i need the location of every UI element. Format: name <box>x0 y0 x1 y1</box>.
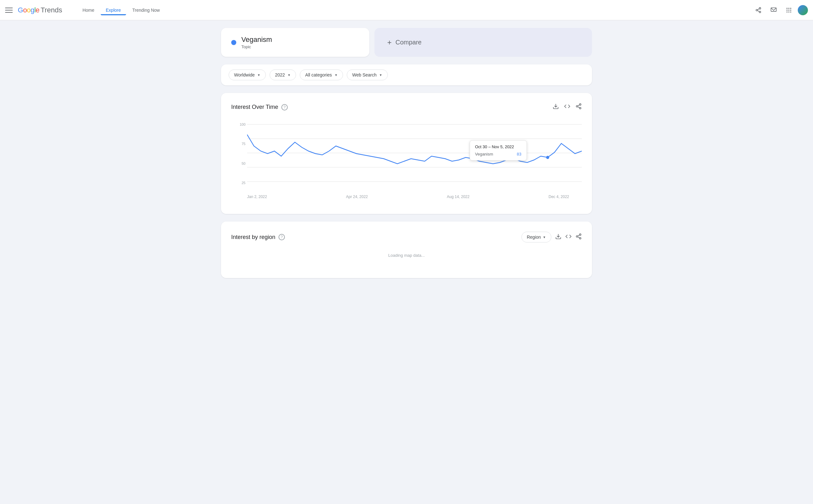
interest-by-region-card: Interest by region ? Region ▼ <box>221 222 592 278</box>
search-type-filter-label: Web Search <box>352 72 376 77</box>
search-type-filter-arrow: ▼ <box>379 73 382 77</box>
region-help-icon[interactable]: ? <box>278 234 285 240</box>
svg-line-3 <box>757 10 759 11</box>
apps-button[interactable] <box>783 4 795 17</box>
region-filter-arrow: ▼ <box>257 73 260 77</box>
chart-help-icon[interactable]: ? <box>281 104 288 110</box>
chart-title: Interest Over Time <box>231 104 278 110</box>
svg-point-9 <box>787 10 788 10</box>
chart-tooltip: Oct 30 – Nov 5, 2022 Veganism 83 <box>470 140 527 161</box>
avatar[interactable] <box>798 5 808 15</box>
svg-line-31 <box>578 237 580 238</box>
header-left: Google Trends Home Explore Trending Now <box>5 5 165 15</box>
search-term: Veganism <box>241 36 272 44</box>
svg-point-0 <box>759 7 761 9</box>
tooltip-term: Veganism <box>475 152 493 156</box>
svg-point-2 <box>759 11 761 13</box>
chart-actions <box>553 103 582 111</box>
nav-trending[interactable]: Trending Now <box>127 5 165 15</box>
svg-point-18 <box>580 107 581 109</box>
year-filter-label: 2022 <box>275 72 285 77</box>
main-nav: Home Explore Trending Now <box>77 5 165 15</box>
line-chart-svg <box>247 121 582 191</box>
x-label-dec: Dec 4, 2022 <box>549 195 569 199</box>
messages-button[interactable] <box>767 4 780 17</box>
svg-line-19 <box>578 107 580 108</box>
svg-point-8 <box>790 8 791 9</box>
region-share-icon[interactable] <box>576 233 582 241</box>
y-label-25: 25 <box>231 181 245 185</box>
tooltip-row: Veganism 83 <box>475 152 522 156</box>
svg-line-20 <box>578 105 580 106</box>
region-header: Interest by region ? Region ▼ <box>231 232 582 242</box>
y-axis-labels: 100 75 50 25 <box>231 121 245 185</box>
compare-label: Compare <box>395 39 422 46</box>
region-select-arrow: ▼ <box>543 235 546 239</box>
chart-embed-icon[interactable] <box>564 103 570 111</box>
search-topic-info: Veganism Topic <box>241 36 272 49</box>
search-area: Veganism Topic + Compare <box>221 28 592 57</box>
x-label-aug: Aug 14, 2022 <box>447 195 470 199</box>
region-title-area: Interest by region ? <box>231 234 285 241</box>
svg-point-26 <box>546 156 550 159</box>
svg-point-28 <box>580 234 581 235</box>
chart-share-icon[interactable] <box>576 103 582 111</box>
region-filter-label: Worldwide <box>234 72 255 77</box>
svg-point-29 <box>577 235 578 237</box>
menu-icon[interactable] <box>5 6 13 14</box>
logo[interactable]: Google Trends <box>18 6 62 14</box>
search-type: Topic <box>241 44 272 49</box>
svg-point-13 <box>788 11 789 12</box>
region-type-select[interactable]: Region ▼ <box>522 232 551 242</box>
svg-point-6 <box>787 8 788 9</box>
x-axis-labels: Jan 2, 2022 Apr 24, 2022 Aug 14, 2022 De… <box>231 192 582 199</box>
main-content: Veganism Topic + Compare Worldwide ▼ 202… <box>216 20 597 286</box>
compare-card[interactable]: + Compare <box>374 28 592 57</box>
y-label-50: 50 <box>231 162 245 165</box>
svg-point-11 <box>790 10 791 10</box>
svg-point-14 <box>790 11 791 12</box>
year-filter-arrow: ▼ <box>287 73 290 77</box>
nav-explore[interactable]: Explore <box>101 5 126 15</box>
share-button[interactable] <box>752 4 765 17</box>
category-filter[interactable]: All categories ▼ <box>300 70 343 80</box>
region-actions: Region ▼ <box>522 232 582 242</box>
category-filter-arrow: ▼ <box>334 73 337 77</box>
svg-point-17 <box>577 106 578 107</box>
category-filter-label: All categories <box>305 72 332 77</box>
svg-point-16 <box>580 104 581 105</box>
search-type-filter[interactable]: Web Search ▼ <box>347 70 388 80</box>
y-label-100: 100 <box>231 123 245 126</box>
region-select-label: Region <box>527 235 541 240</box>
interest-over-time-card: Interest Over Time ? <box>221 93 592 214</box>
app-header: Google Trends Home Explore Trending Now <box>0 0 813 20</box>
trends-logo-text: Trends <box>41 6 62 14</box>
svg-point-7 <box>788 8 789 9</box>
svg-line-32 <box>578 235 580 236</box>
chart-download-icon[interactable] <box>553 103 559 111</box>
region-download-icon[interactable] <box>555 233 562 241</box>
region-placeholder: Loading map data... <box>231 242 582 268</box>
compare-plus-icon: + <box>387 38 391 47</box>
header-right <box>752 4 808 17</box>
region-embed-icon[interactable] <box>565 233 572 241</box>
svg-line-4 <box>757 9 759 10</box>
y-label-75: 75 <box>231 142 245 146</box>
tooltip-date: Oct 30 – Nov 5, 2022 <box>475 144 522 149</box>
x-label-jan: Jan 2, 2022 <box>247 195 267 199</box>
tooltip-value: 83 <box>517 152 521 156</box>
svg-point-10 <box>788 10 789 10</box>
chart-header: Interest Over Time ? <box>231 103 582 111</box>
region-filter[interactable]: Worldwide ▼ <box>229 70 266 80</box>
search-card: Veganism Topic <box>221 28 369 57</box>
svg-point-30 <box>580 237 581 239</box>
year-filter[interactable]: 2022 ▼ <box>270 70 296 80</box>
region-title: Interest by region <box>231 234 275 241</box>
nav-home[interactable]: Home <box>77 5 99 15</box>
chart-container: 100 75 50 25 Jan 2, 2022 Apr 24, 2022 <box>231 121 582 204</box>
chart-title-area: Interest Over Time ? <box>231 104 288 110</box>
svg-point-1 <box>756 9 758 11</box>
filters-bar: Worldwide ▼ 2022 ▼ All categories ▼ Web … <box>221 64 592 85</box>
x-label-apr: Apr 24, 2022 <box>346 195 368 199</box>
svg-point-12 <box>787 11 788 12</box>
